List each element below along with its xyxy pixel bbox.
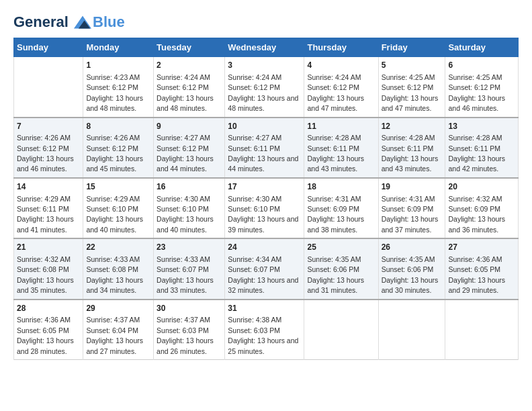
- sunrise-text: Sunrise: 4:37 AM: [86, 316, 140, 324]
- sunset-text: Sunset: 6:12 PM: [17, 144, 69, 152]
- header-day: Sunday: [14, 38, 83, 57]
- header-day: Monday: [83, 38, 154, 57]
- daylight-text: Daylight: 13 hours and 44 minutes.: [228, 154, 298, 173]
- sunrise-text: Sunrise: 4:26 AM: [17, 134, 71, 142]
- daylight-text: Daylight: 13 hours and 25 minutes.: [228, 336, 298, 355]
- daylight-text: Daylight: 13 hours and 48 minutes.: [157, 94, 214, 112]
- daylight-text: Daylight: 13 hours and 40 minutes.: [86, 215, 143, 233]
- daylight-text: Daylight: 13 hours and 45 minutes.: [86, 154, 143, 173]
- day-number: 31: [228, 303, 301, 314]
- day-number: 10: [228, 121, 301, 132]
- calendar-cell: 20Sunrise: 4:32 AMSunset: 6:09 PMDayligh…: [445, 178, 519, 238]
- calendar-cell: 4Sunrise: 4:24 AMSunset: 6:12 PMDaylight…: [304, 57, 378, 118]
- daylight-text: Daylight: 13 hours and 36 minutes.: [448, 215, 505, 233]
- sunset-text: Sunset: 6:11 PM: [307, 144, 359, 152]
- sunrise-text: Sunrise: 4:31 AM: [307, 195, 361, 203]
- header-day: Thursday: [304, 38, 378, 57]
- day-number: 3: [228, 60, 301, 71]
- calendar-cell: 28Sunrise: 4:36 AMSunset: 6:05 PMDayligh…: [14, 300, 83, 360]
- sunset-text: Sunset: 6:11 PM: [17, 205, 69, 213]
- day-number: 5: [382, 60, 443, 71]
- sunrise-text: Sunrise: 4:36 AM: [448, 255, 502, 263]
- sunset-text: Sunset: 6:12 PM: [157, 144, 209, 152]
- calendar-cell: 21Sunrise: 4:32 AMSunset: 6:08 PMDayligh…: [14, 238, 83, 299]
- daylight-text: Daylight: 13 hours and 44 minutes.: [157, 154, 214, 173]
- sunset-text: Sunset: 6:05 PM: [17, 326, 69, 334]
- sunrise-text: Sunrise: 4:23 AM: [86, 73, 140, 81]
- sunset-text: Sunset: 6:09 PM: [382, 205, 434, 213]
- week-row: 14Sunrise: 4:29 AMSunset: 6:11 PMDayligh…: [14, 178, 519, 238]
- day-number: 7: [17, 121, 80, 132]
- daylight-text: Daylight: 13 hours and 41 minutes.: [17, 215, 74, 233]
- day-number: 29: [86, 303, 150, 314]
- calendar-cell: 9Sunrise: 4:27 AMSunset: 6:12 PMDaylight…: [154, 118, 225, 178]
- sunrise-text: Sunrise: 4:36 AM: [17, 316, 71, 324]
- daylight-text: Daylight: 13 hours and 37 minutes.: [382, 215, 439, 233]
- logo-blue: Blue: [93, 13, 125, 31]
- daylight-text: Daylight: 13 hours and 48 minutes.: [228, 94, 298, 112]
- day-number: 23: [157, 242, 222, 253]
- day-number: 8: [86, 121, 150, 132]
- calendar-cell: 23Sunrise: 4:33 AMSunset: 6:07 PMDayligh…: [154, 238, 225, 299]
- daylight-text: Daylight: 13 hours and 46 minutes.: [448, 94, 505, 112]
- daylight-text: Daylight: 13 hours and 40 minutes.: [157, 215, 214, 233]
- day-number: 2: [157, 60, 222, 71]
- day-number: 18: [307, 181, 375, 193]
- day-number: 6: [448, 60, 515, 71]
- sunrise-text: Sunrise: 4:27 AM: [157, 134, 210, 142]
- calendar-cell: 10Sunrise: 4:27 AMSunset: 6:11 PMDayligh…: [225, 118, 304, 178]
- daylight-text: Daylight: 13 hours and 47 minutes.: [382, 94, 439, 112]
- sunset-text: Sunset: 6:10 PM: [86, 205, 138, 213]
- calendar-cell: 8Sunrise: 4:26 AMSunset: 6:12 PMDaylight…: [83, 118, 154, 178]
- sunset-text: Sunset: 6:10 PM: [228, 205, 280, 213]
- header-row: SundayMondayTuesdayWednesdayThursdayFrid…: [14, 38, 519, 57]
- calendar-cell: 17Sunrise: 4:30 AMSunset: 6:10 PMDayligh…: [225, 178, 304, 238]
- daylight-text: Daylight: 13 hours and 38 minutes.: [307, 215, 364, 233]
- calendar-cell: 12Sunrise: 4:28 AMSunset: 6:11 PMDayligh…: [378, 118, 445, 178]
- header-day: Wednesday: [225, 38, 304, 57]
- daylight-text: Daylight: 13 hours and 35 minutes.: [17, 276, 74, 294]
- logo: General Blue: [13, 13, 125, 31]
- sunrise-text: Sunrise: 4:24 AM: [307, 73, 361, 81]
- daylight-text: Daylight: 13 hours and 28 minutes.: [17, 336, 74, 355]
- sunset-text: Sunset: 6:07 PM: [228, 265, 280, 273]
- day-number: 4: [307, 60, 375, 71]
- daylight-text: Daylight: 13 hours and 47 minutes.: [307, 94, 364, 112]
- sunrise-text: Sunrise: 4:30 AM: [228, 195, 281, 203]
- calendar-cell: 6Sunrise: 4:25 AMSunset: 6:12 PMDaylight…: [445, 57, 519, 118]
- sunrise-text: Sunrise: 4:32 AM: [448, 195, 502, 203]
- sunset-text: Sunset: 6:11 PM: [448, 144, 500, 152]
- sunrise-text: Sunrise: 4:25 AM: [382, 73, 435, 81]
- day-number: 25: [307, 242, 375, 253]
- sunrise-text: Sunrise: 4:24 AM: [228, 73, 281, 81]
- calendar-table: SundayMondayTuesdayWednesdayThursdayFrid…: [13, 38, 519, 360]
- day-number: 9: [157, 121, 222, 132]
- calendar-cell: 14Sunrise: 4:29 AMSunset: 6:11 PMDayligh…: [14, 178, 83, 238]
- day-number: 14: [17, 181, 80, 193]
- day-number: 1: [86, 60, 150, 71]
- day-number: 19: [382, 181, 443, 193]
- calendar-cell: 31Sunrise: 4:38 AMSunset: 6:03 PMDayligh…: [225, 300, 304, 360]
- sunset-text: Sunset: 6:09 PM: [448, 205, 500, 213]
- sunrise-text: Sunrise: 4:25 AM: [448, 73, 502, 81]
- sunrise-text: Sunrise: 4:29 AM: [86, 195, 140, 203]
- day-number: 20: [448, 181, 515, 193]
- day-number: 16: [157, 181, 222, 193]
- sunset-text: Sunset: 6:12 PM: [86, 144, 138, 152]
- sunset-text: Sunset: 6:12 PM: [86, 83, 138, 91]
- sunset-text: Sunset: 6:09 PM: [307, 205, 359, 213]
- sunrise-text: Sunrise: 4:30 AM: [157, 195, 210, 203]
- header-day: Saturday: [445, 38, 519, 57]
- calendar-cell: 26Sunrise: 4:35 AMSunset: 6:06 PMDayligh…: [378, 238, 445, 299]
- calendar-cell: 19Sunrise: 4:31 AMSunset: 6:09 PMDayligh…: [378, 178, 445, 238]
- calendar-cell: 24Sunrise: 4:34 AMSunset: 6:07 PMDayligh…: [225, 238, 304, 299]
- calendar-cell: [445, 300, 519, 360]
- calendar-cell: [14, 57, 83, 118]
- day-number: 27: [448, 242, 515, 253]
- daylight-text: Daylight: 13 hours and 33 minutes.: [157, 276, 214, 294]
- week-row: 7Sunrise: 4:26 AMSunset: 6:12 PMDaylight…: [14, 118, 519, 178]
- week-row: 1Sunrise: 4:23 AMSunset: 6:12 PMDaylight…: [14, 57, 519, 118]
- sunrise-text: Sunrise: 4:28 AM: [307, 134, 361, 142]
- calendar-cell: 3Sunrise: 4:24 AMSunset: 6:12 PMDaylight…: [225, 57, 304, 118]
- daylight-text: Daylight: 13 hours and 39 minutes.: [228, 215, 298, 233]
